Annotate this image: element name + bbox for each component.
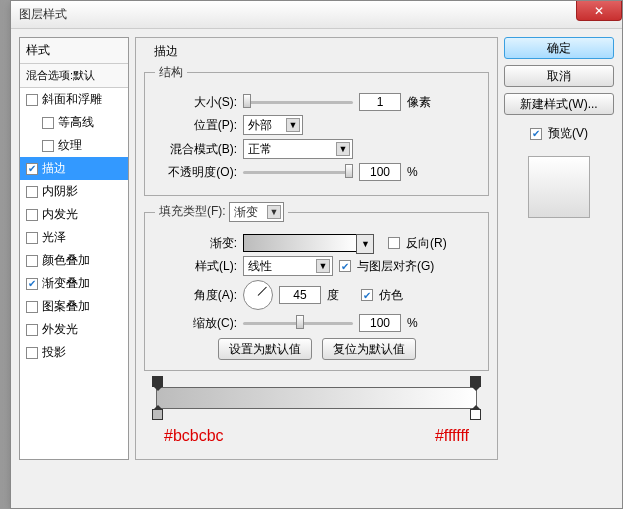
position-label: 位置(P):	[155, 117, 237, 134]
cancel-button[interactable]: 取消	[504, 65, 614, 87]
opacity-stop-left[interactable]	[152, 376, 163, 387]
style-checkbox[interactable]	[26, 163, 38, 175]
angle-input[interactable]: 45	[279, 286, 321, 304]
blend-mode-label: 混合模式(B):	[155, 141, 237, 158]
size-slider[interactable]	[243, 94, 353, 110]
new-style-button[interactable]: 新建样式(W)...	[504, 93, 614, 115]
style-checkbox[interactable]	[26, 94, 38, 106]
style-checkbox[interactable]	[26, 255, 38, 267]
fill-type-label: 填充类型(F):	[159, 204, 226, 218]
gradient-editor[interactable]: #bcbcbc #ffffff	[144, 379, 489, 449]
style-checkbox[interactable]	[26, 232, 38, 244]
fill-type-select[interactable]: 渐变▼	[229, 202, 284, 222]
styles-panel: 样式 混合选项:默认 斜面和浮雕等高线纹理描边内阴影内发光光泽颜色叠加渐变叠加图…	[19, 37, 129, 460]
color-stop-right[interactable]	[470, 409, 481, 420]
style-checkbox[interactable]	[42, 117, 54, 129]
size-input[interactable]: 1	[359, 93, 401, 111]
style-item-2[interactable]: 纹理	[20, 134, 128, 157]
scale-label: 缩放(C):	[155, 315, 237, 332]
opacity-stop-right[interactable]	[470, 376, 481, 387]
style-item-11[interactable]: 投影	[20, 341, 128, 364]
style-checkbox[interactable]	[42, 140, 54, 152]
style-item-10[interactable]: 外发光	[20, 318, 128, 341]
opacity-input[interactable]: 100	[359, 163, 401, 181]
angle-label: 角度(A):	[155, 287, 237, 304]
align-checkbox[interactable]	[339, 260, 351, 272]
style-item-label: 内发光	[42, 206, 78, 223]
style-item-label: 外发光	[42, 321, 78, 338]
stroke-legend: 描边	[150, 43, 182, 60]
blend-mode-select[interactable]: 正常▼	[243, 139, 353, 159]
structure-group: 结构 大小(S): 1 像素 位置(P): 外部▼ 混合模式(B): 正常▼	[144, 64, 489, 196]
style-item-label: 等高线	[58, 114, 94, 131]
scale-slider[interactable]	[243, 315, 353, 331]
gradient-label: 渐变:	[155, 235, 237, 252]
chevron-down-icon: ▼	[336, 142, 350, 156]
style-item-1[interactable]: 等高线	[20, 111, 128, 134]
preview-checkbox[interactable]	[530, 128, 542, 140]
style-item-label: 投影	[42, 344, 66, 361]
style-checkbox[interactable]	[26, 209, 38, 221]
reverse-label: 反向(R)	[406, 235, 447, 252]
gradient-bar[interactable]	[156, 387, 477, 409]
close-icon: ✕	[594, 4, 604, 18]
gradient-picker[interactable]: ▼	[243, 234, 358, 252]
align-label: 与图层对齐(G)	[357, 258, 434, 275]
reset-default-button[interactable]: 复位为默认值	[322, 338, 416, 360]
ok-button[interactable]: 确定	[504, 37, 614, 59]
reverse-checkbox[interactable]	[388, 237, 400, 249]
position-select[interactable]: 外部▼	[243, 115, 303, 135]
style-checkbox[interactable]	[26, 186, 38, 198]
style-item-label: 内阴影	[42, 183, 78, 200]
set-default-button[interactable]: 设置为默认值	[218, 338, 312, 360]
chevron-down-icon: ▼	[316, 259, 330, 273]
grad-style-label: 样式(L):	[155, 258, 237, 275]
chevron-down-icon: ▼	[286, 118, 300, 132]
style-item-label: 描边	[42, 160, 66, 177]
close-button[interactable]: ✕	[576, 1, 622, 21]
layer-style-dialog: 图层样式 ✕ 样式 混合选项:默认 斜面和浮雕等高线纹理描边内阴影内发光光泽颜色…	[10, 0, 623, 509]
hex-left-label: #bcbcbc	[164, 427, 224, 445]
main-panel: 描边 结构 大小(S): 1 像素 位置(P): 外部▼ 混合模式(B):	[135, 37, 498, 460]
angle-unit: 度	[327, 287, 339, 304]
style-checkbox[interactable]	[26, 278, 38, 290]
size-unit: 像素	[407, 94, 431, 111]
opacity-unit: %	[407, 165, 418, 179]
styles-header: 样式	[20, 38, 128, 64]
hex-right-label: #ffffff	[435, 427, 469, 445]
grad-style-select[interactable]: 线性▼	[243, 256, 333, 276]
style-item-9[interactable]: 图案叠加	[20, 295, 128, 318]
style-checkbox[interactable]	[26, 301, 38, 313]
style-item-label: 图案叠加	[42, 298, 90, 315]
style-item-6[interactable]: 光泽	[20, 226, 128, 249]
color-stop-left[interactable]	[152, 409, 163, 420]
scale-input[interactable]: 100	[359, 314, 401, 332]
style-item-label: 光泽	[42, 229, 66, 246]
structure-legend: 结构	[155, 64, 187, 81]
style-item-3[interactable]: 描边	[20, 157, 128, 180]
chevron-down-icon: ▼	[361, 239, 370, 249]
style-item-7[interactable]: 颜色叠加	[20, 249, 128, 272]
angle-dial[interactable]	[243, 280, 273, 310]
dialog-title: 图层样式	[19, 6, 67, 23]
titlebar[interactable]: 图层样式 ✕	[11, 1, 622, 29]
opacity-label: 不透明度(O):	[155, 164, 237, 181]
fill-group: 填充类型(F): 渐变▼ 渐变: ▼ 反向(R) 样式(L): 线性▼	[144, 202, 489, 371]
preview-label: 预览(V)	[548, 125, 588, 142]
dither-checkbox[interactable]	[361, 289, 373, 301]
size-label: 大小(S):	[155, 94, 237, 111]
dither-label: 仿色	[379, 287, 403, 304]
preview-swatch	[528, 156, 590, 218]
style-item-label: 纹理	[58, 137, 82, 154]
style-item-8[interactable]: 渐变叠加	[20, 272, 128, 295]
opacity-slider[interactable]	[243, 164, 353, 180]
style-checkbox[interactable]	[26, 324, 38, 336]
fill-type-row: 填充类型(F): 渐变▼	[155, 202, 288, 222]
style-item-0[interactable]: 斜面和浮雕	[20, 88, 128, 111]
style-checkbox[interactable]	[26, 347, 38, 359]
style-item-label: 渐变叠加	[42, 275, 90, 292]
blend-options-default[interactable]: 混合选项:默认	[20, 64, 128, 88]
style-item-5[interactable]: 内发光	[20, 203, 128, 226]
right-panel: 确定 取消 新建样式(W)... 预览(V)	[504, 37, 614, 460]
style-item-4[interactable]: 内阴影	[20, 180, 128, 203]
